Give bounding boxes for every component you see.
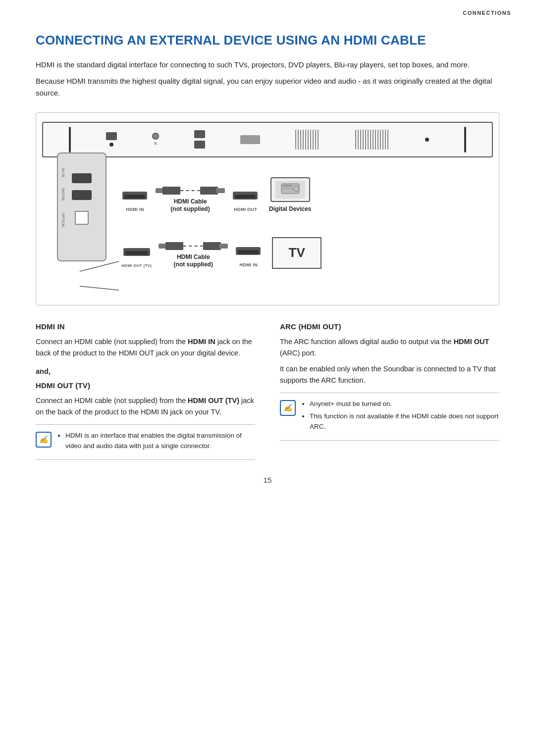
svg-rect-21 [238, 250, 259, 254]
panel-jack-3 [194, 141, 205, 149]
hdmi-out-tv-port-icon: HDMI OUT (TV) [121, 247, 152, 269]
svg-rect-17 [165, 242, 183, 250]
sb-hdmi-in [72, 173, 92, 183]
tv-device-box: TV [272, 237, 321, 269]
right-device-2: HDMI IN TV [235, 237, 321, 269]
page-header: CONNECTIONS [0, 0, 535, 17]
hdmi-in-tv-port-svg [235, 246, 262, 260]
intro-paragraph-1: HDMI is the standard digital interface f… [36, 59, 499, 70]
sb-square-port-wrap [75, 211, 89, 225]
hdmi-out-label: HDMI OUT [234, 206, 257, 213]
sb-hdmi-out [72, 190, 92, 200]
right-device-row-1: HDMI OUT [232, 177, 311, 213]
hdmi-in-port-svg [121, 191, 149, 204]
section-label: CONNECTIONS [463, 10, 511, 16]
hdmi-out-tv-label: HDMI OUT (TV) [121, 263, 152, 269]
panel-jacks-2 [194, 130, 205, 149]
cable-label-1: HDMI Cable (not supplied) [170, 198, 210, 213]
cable-dash-2 [183, 246, 203, 247]
col-right: ARC (HDMI OUT) The ARC function allows d… [280, 321, 499, 460]
conn-rows: HDMI IN [121, 157, 493, 269]
panel-jack-2 [194, 130, 205, 138]
hdmi-in-label: HDMI IN [126, 206, 144, 213]
svg-line-0 [80, 261, 119, 271]
hdmi-in-tv-port-icon: HDMI IN [235, 246, 262, 269]
sb-hdmi-in-port [72, 173, 92, 183]
note-left-bullet-1: HDMI is an interface that enables the di… [65, 431, 255, 452]
panel-bar-left [69, 127, 71, 152]
sb-label-digital: DIGITAL [60, 188, 65, 202]
and-label: and, [36, 366, 255, 377]
cable-right-connector-1 [200, 185, 225, 196]
note-icon-right: ✍ [280, 400, 296, 416]
svg-rect-18 [203, 242, 221, 250]
svg-rect-19 [219, 244, 228, 249]
svg-rect-12 [282, 185, 292, 187]
two-col-section: HDMI IN Connect an HDMI cable (not suppl… [36, 321, 499, 460]
hdmi-out-tv-title: HDMI OUT (TV) [36, 380, 255, 392]
right-device-1: HDMI OUT [232, 177, 311, 213]
note-right-bullet-2: This function is not available if the HD… [310, 411, 499, 432]
note-content-right: Anynet+ must be turned on. This function… [302, 399, 499, 434]
cable-assembly-2: HDMI Cable (not supplied) [159, 241, 228, 269]
page-title: CONNECTING AN EXTERNAL DEVICE USING AN H… [36, 32, 499, 49]
hdmi-out-port-svg [232, 191, 259, 204]
note-right-bullet-1: Anynet+ must be turned on. [310, 399, 499, 409]
panel-grid-1 [295, 130, 320, 150]
hdmi-in-body: Connect an HDMI cable (not supplied) fro… [36, 336, 255, 358]
panel-knob [152, 133, 159, 140]
conn-row-2: HDMI OUT (TV) [121, 237, 493, 269]
page-content: CONNECTING AN EXTERNAL DEVICE USING AN H… [0, 17, 535, 516]
svg-rect-6 [200, 187, 218, 195]
hdmi-out-port-icon: HDMI OUT [232, 191, 259, 213]
panel-dot-2 [425, 138, 429, 142]
svg-rect-7 [216, 188, 225, 193]
hdmi-out-tv-body: Connect an HDMI cable (not supplied) fro… [36, 395, 255, 417]
svg-rect-9 [235, 195, 256, 199]
panel-jacks-1 [106, 132, 117, 147]
svg-line-1 [80, 286, 119, 290]
digital-device-icon [270, 177, 310, 202]
sb-label-optical: OPTICAL [60, 213, 65, 228]
note-box-right: ✍ Anynet+ must be turned on. This functi… [280, 393, 499, 441]
tv-icon: TV [272, 237, 321, 269]
cable-left-connector-2 [159, 241, 183, 252]
cable-label-2: HDMI Cable (not supplied) [174, 253, 213, 269]
sb-square-port [75, 211, 89, 225]
cable-row-2 [159, 241, 228, 252]
connector-lines-svg [42, 256, 121, 296]
sb-label-av: AV IN [60, 168, 65, 177]
arc-body-1: The ARC function allows digital audio to… [280, 336, 499, 358]
cable-row-1 [156, 185, 225, 196]
intro-paragraph-2: Because HDMI transmits the highest quali… [36, 75, 499, 99]
col-left: HDMI IN Connect an HDMI cable (not suppl… [36, 321, 255, 460]
svg-rect-3 [124, 195, 145, 199]
digital-device-box: Digital Devices [269, 177, 311, 213]
panel-knob-group: ⊞ [152, 133, 159, 147]
soundbar-side: AV IN DIGITAL OPTICAL [42, 152, 121, 296]
dd-inner [275, 181, 305, 199]
cable-right-connector-2 [203, 241, 228, 252]
cable-dash-1 [180, 190, 200, 191]
connection-diagram: ⊞ AV IN DIGITAL OPTICAL [36, 112, 499, 305]
hdmi-out-tv-port-svg [122, 247, 151, 261]
arc-body-2: It can be enabled only when the Soundbar… [280, 363, 499, 386]
note-content-left: HDMI is an interface that enables the di… [57, 431, 255, 454]
hdmi-in-port-icon: HDMI IN [121, 191, 149, 213]
note-icon-left: ✍ [36, 432, 52, 448]
svg-rect-15 [125, 251, 148, 255]
page-number: 15 [36, 475, 499, 486]
panel-dot-1 [109, 143, 113, 147]
arc-title: ARC (HDMI OUT) [280, 321, 499, 333]
panel-grid-2 [355, 130, 390, 150]
panel-bar-right [464, 127, 466, 152]
note-box-left: ✍ HDMI is an interface that enables the … [36, 424, 255, 460]
dd-icon-svg [280, 183, 300, 197]
svg-rect-5 [162, 187, 180, 195]
sb-hdmi-out-port [72, 190, 92, 200]
panel-jack-1 [106, 132, 117, 140]
panel-jack-wide [240, 135, 260, 144]
cable-left-connector-1 [156, 185, 180, 196]
conn-row-1: HDMI IN [121, 177, 493, 213]
cable-assembly-1: HDMI Cable (not supplied) [156, 185, 225, 213]
